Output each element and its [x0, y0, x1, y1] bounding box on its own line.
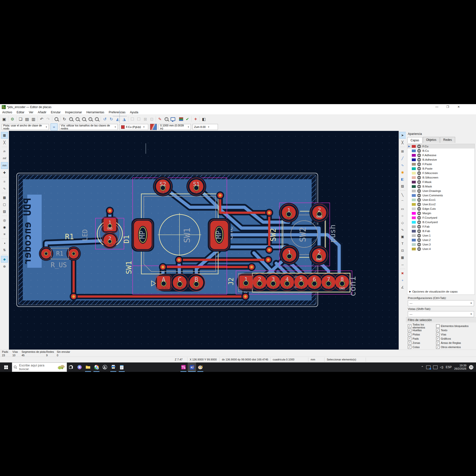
- pcb-canvas[interactable]: PDU encoder R1 R1 R_US: [9, 131, 399, 350]
- layer-dropdown[interactable]: F.Cu (PgUp)▼: [119, 124, 148, 130]
- layer-row[interactable]: User.2: [407, 238, 475, 242]
- rule-area-icon[interactable]: ▨: [399, 183, 406, 189]
- add-table-icon[interactable]: ▦: [399, 254, 406, 261]
- layer-manager-icon[interactable]: [178, 116, 184, 122]
- tab-capas[interactable]: Capas: [407, 137, 422, 143]
- draw-line-icon[interactable]: ╲: [399, 192, 406, 198]
- group-icon[interactable]: ☐: [129, 116, 136, 122]
- layer-row[interactable]: F.Courtyard: [407, 215, 475, 220]
- add-textbox-icon[interactable]: ⊡: [399, 247, 406, 254]
- start-button[interactable]: [0, 362, 12, 372]
- layer-row[interactable]: B.Mask: [407, 184, 475, 189]
- kicad-taskbar-icon[interactable]: Ki: [188, 362, 196, 372]
- zoom-selection-icon[interactable]: ▪: [87, 116, 93, 122]
- maximize-button[interactable]: ❐: [442, 104, 453, 110]
- layer-row[interactable]: B.Courtyard: [407, 220, 475, 224]
- search-input[interactable]: Escribe aquí para buscar.: [12, 362, 67, 372]
- minimize-button[interactable]: —: [431, 104, 442, 110]
- filter-vias[interactable]: ✓Vías: [436, 333, 469, 336]
- settings-icon[interactable]: ⊛: [1, 263, 8, 269]
- visibility-eye-icon[interactable]: [417, 189, 421, 193]
- draw-rect-icon[interactable]: ▭: [399, 206, 406, 212]
- notification-badge[interactable]: 10: [469, 365, 474, 370]
- ungroup-icon[interactable]: ☐: [136, 116, 142, 122]
- menu-ver[interactable]: Ver: [27, 111, 35, 114]
- redo-icon[interactable]: ↷: [45, 116, 51, 122]
- visibility-eye-icon[interactable]: [417, 176, 421, 179]
- visibility-eye-icon[interactable]: [417, 247, 421, 251]
- visibility-eye-icon[interactable]: [417, 211, 421, 215]
- curved-ratsnest-icon[interactable]: ∿: [1, 185, 8, 192]
- visibility-eye-icon[interactable]: [417, 153, 421, 157]
- route-tracks-icon[interactable]: ╱: [399, 155, 406, 161]
- dim-mode-icon[interactable]: ◆: [1, 256, 8, 263]
- visibility-eye-icon[interactable]: [417, 216, 421, 220]
- layer-row[interactable]: User.4: [407, 247, 475, 251]
- dimension-icon[interactable]: ↔: [399, 261, 406, 268]
- pcbnew-taskbar-icon[interactable]: [179, 362, 188, 372]
- unlock-icon[interactable]: ⊡: [149, 116, 155, 122]
- filter-areas[interactable]: ✓Áreas de Reglas: [436, 341, 469, 344]
- filter-graficos[interactable]: ✓Gráficos: [436, 337, 469, 340]
- zoom-in-icon[interactable]: +: [68, 116, 74, 122]
- high-contrast-icon[interactable]: ◑: [1, 240, 8, 246]
- units-mm-icon[interactable]: mm: [1, 162, 8, 169]
- tray-display-icon[interactable]: [426, 365, 431, 369]
- filter-zonas[interactable]: ✓Zonas: [408, 341, 435, 344]
- layer-row[interactable]: B.Adhesive: [407, 157, 475, 162]
- grid-dropdown[interactable]: 0.1000 mm (0.0039 in)▼: [159, 124, 191, 130]
- vias-sketch-icon[interactable]: ◉: [1, 224, 8, 230]
- zone-outline-icon[interactable]: ▢: [1, 201, 8, 208]
- visibility-eye-icon[interactable]: [417, 149, 421, 153]
- menu-preferencias[interactable]: Preferencias: [107, 111, 128, 114]
- visibility-eye-icon[interactable]: [417, 229, 421, 233]
- menu-editar[interactable]: Editar: [14, 111, 27, 114]
- visibility-eye-icon[interactable]: [417, 225, 421, 229]
- menu-herramientas[interactable]: Herramientas: [84, 111, 106, 114]
- layer-row[interactable]: User.Eco2: [407, 202, 475, 207]
- draw-polygon-icon[interactable]: ◇: [399, 220, 406, 226]
- tray-language[interactable]: ESP: [446, 365, 452, 369]
- visibility-eye-icon[interactable]: [417, 162, 421, 166]
- add-image-icon[interactable]: ▣: [399, 234, 406, 240]
- tab-redes[interactable]: Redes: [440, 137, 455, 143]
- add-footprint-icon[interactable]: ⊞: [399, 148, 406, 154]
- file-explorer-icon[interactable]: [84, 362, 92, 372]
- menu-archivo[interactable]: Archivo: [0, 111, 14, 114]
- tune-length-icon[interactable]: ∿: [399, 162, 406, 168]
- board-name-text[interactable]: PDU encoder: [22, 195, 42, 268]
- menu-anadir[interactable]: Añadir: [35, 111, 49, 114]
- ratsnest-icon[interactable]: ⌗: [1, 178, 8, 185]
- tray-volume-icon[interactable]: ◁): [440, 365, 443, 369]
- filter-bloqueados[interactable]: Elementos bloqueados: [436, 324, 469, 327]
- units-mils-icon[interactable]: mil: [1, 155, 8, 161]
- units-inches-icon[interactable]: in: [1, 148, 8, 154]
- zoom-dropdown[interactable]: Zum 8.00▼: [193, 124, 218, 130]
- layer-row[interactable]: B.Fab: [407, 229, 475, 233]
- local-ratsnest-icon[interactable]: ╳: [399, 139, 406, 146]
- layer-pair-icon[interactable]: [150, 124, 157, 130]
- add-via-icon[interactable]: ◉: [399, 169, 406, 175]
- layer-row[interactable]: B.Cu: [407, 149, 475, 153]
- flip-icon[interactable]: ◮: [121, 116, 127, 122]
- via-size-dropdown[interactable]: Vía: utilizar los tamaños de las clases …: [59, 124, 118, 130]
- cursor-shape-icon[interactable]: ✚: [1, 170, 8, 176]
- layer-row[interactable]: Margin: [407, 211, 475, 215]
- select-tool-icon[interactable]: ➤: [399, 132, 406, 139]
- measure-tool-icon[interactable]: ∠: [399, 284, 406, 290]
- visibility-eye-icon[interactable]: [417, 198, 421, 202]
- rotate-ccw-icon[interactable]: ↺: [102, 116, 108, 122]
- draw-bezier-icon[interactable]: ∿: [399, 227, 406, 233]
- presets-dropdown[interactable]: ---▼: [408, 300, 474, 306]
- filter-huellas[interactable]: ✓Huellas: [408, 328, 435, 332]
- visibility-eye-icon[interactable]: [417, 203, 421, 206]
- views-dropdown[interactable]: ---▼: [408, 311, 474, 317]
- page-settings-icon[interactable]: ❏: [17, 116, 24, 122]
- zone-filled-icon[interactable]: ▩: [1, 194, 8, 201]
- visibility-eye-icon[interactable]: [417, 194, 421, 197]
- layer-row-fcu[interactable]: ▶F.Cu: [407, 144, 475, 149]
- task-view-icon[interactable]: [67, 362, 75, 372]
- filter-pistas[interactable]: ✓Pistas: [408, 333, 435, 336]
- filter-todos[interactable]: ✓Todos los elementos: [408, 324, 435, 327]
- layer-row[interactable]: User.Eco1: [407, 198, 475, 202]
